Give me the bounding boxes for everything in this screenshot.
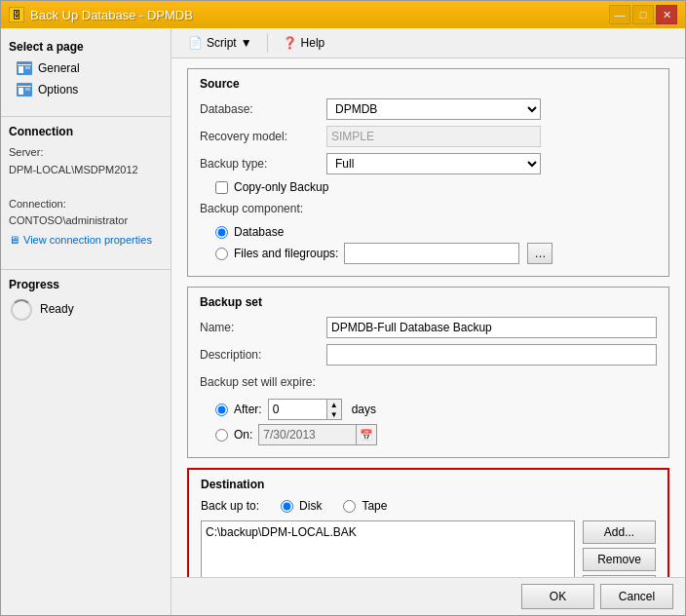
backup-to-row: Back up to: Disk Tape	[201, 499, 656, 513]
content-area: Select a page General	[1, 28, 685, 615]
backup-component-row: Backup component:	[200, 198, 657, 219]
expire-label-row: Backup set will expire:	[200, 371, 657, 393]
cancel-button[interactable]: Cancel	[600, 584, 673, 609]
disk-radio[interactable]	[281, 500, 293, 513]
backup-name-input[interactable]	[326, 317, 657, 338]
recovery-model-value	[326, 126, 657, 147]
after-radio[interactable]	[215, 404, 228, 416]
component-database-row: Database	[215, 225, 657, 239]
database-select[interactable]: DPMDB	[326, 98, 541, 120]
backup-type-value: Full	[326, 153, 657, 174]
on-row: On: 📅	[215, 424, 657, 445]
options-icon	[17, 82, 32, 97]
source-section: Source Database: DPMDB Recovery model:	[187, 68, 669, 277]
destination-section: Destination Back up to: Disk Tape C:\bac…	[187, 468, 669, 577]
spin-down-button[interactable]: ▼	[327, 409, 341, 419]
after-value-input[interactable]	[268, 399, 326, 420]
date-picker-button[interactable]: 📅	[356, 424, 377, 445]
script-label: Script	[207, 36, 237, 50]
connection-section: Connection Server: DPM-LOCAL\MSDPM2012 C…	[1, 116, 171, 253]
destination-list: C:\backup\DPM-LOCAL.BAK	[201, 520, 575, 577]
backup-to-label: Back up to:	[201, 499, 259, 513]
close-button[interactable]: ✕	[656, 5, 677, 24]
svg-rect-6	[19, 88, 23, 95]
sidebar-section-title: Select a page	[1, 36, 171, 58]
dest-content: C:\backup\DPM-LOCAL.BAK Add... Remove Co…	[201, 520, 656, 577]
backup-type-label: Backup type:	[200, 157, 326, 171]
sidebar-item-options-label: Options	[38, 83, 78, 96]
description-input[interactable]	[326, 344, 657, 366]
component-options: Database Files and filegroups: …	[215, 225, 657, 264]
after-input-wrapper: ▲ ▼	[268, 399, 342, 420]
destination-label: Destination	[201, 478, 656, 491]
component-files-label: Files and filegroups:	[234, 247, 338, 260]
progress-status: Ready	[9, 297, 163, 321]
toolbar-separator	[267, 33, 268, 53]
component-database-radio[interactable]	[215, 226, 228, 239]
backup-type-select[interactable]: Full	[326, 153, 541, 174]
component-files-input[interactable]	[344, 243, 519, 264]
svg-rect-2	[19, 66, 23, 73]
svg-rect-5	[18, 86, 31, 87]
backup-set-section: Backup set Name: Description: Backup set…	[187, 287, 669, 458]
minimize-button[interactable]: —	[609, 5, 630, 24]
tape-label: Tape	[362, 499, 387, 513]
maximize-button[interactable]: □	[632, 5, 654, 24]
recovery-model-label: Recovery model:	[200, 130, 326, 143]
view-connection-properties-link[interactable]: 🖥 View connection properties	[9, 234, 163, 246]
ok-button[interactable]: OK	[521, 584, 594, 609]
after-unit: days	[352, 403, 376, 416]
description-row: Description:	[200, 344, 657, 366]
script-dropdown-icon: ▼	[241, 36, 252, 50]
sidebar-item-options[interactable]: Options	[1, 79, 171, 100]
footer-bar: OK Cancel	[172, 577, 685, 615]
on-date-input[interactable]	[258, 424, 356, 445]
copy-only-label: Copy-only Backup	[234, 180, 328, 194]
window-icon: 🗄	[9, 7, 24, 22]
disk-label: Disk	[299, 499, 322, 513]
after-label: After:	[234, 403, 262, 416]
files-browse-button[interactable]: …	[527, 243, 553, 264]
main-panel: 📄 Script ▼ ❓ Help Source Database:	[172, 28, 685, 615]
database-row: Database: DPMDB	[200, 98, 657, 120]
backup-type-row: Backup type: Full	[200, 153, 657, 174]
progress-title: Progress	[9, 278, 163, 291]
spin-up-button[interactable]: ▲	[327, 400, 341, 409]
recovery-model-row: Recovery model:	[200, 126, 657, 147]
date-input-wrapper: 📅	[258, 424, 377, 445]
backup-set-label: Backup set	[200, 295, 657, 309]
dest-path-item: C:\backup\DPM-LOCAL.BAK	[206, 525, 570, 539]
sidebar-item-general[interactable]: General	[1, 58, 171, 79]
title-bar: 🗄 Back Up Database - DPMDB — □ ✕	[1, 1, 685, 28]
connection-info: Server: DPM-LOCAL\MSDPM2012 Connection: …	[9, 144, 163, 230]
connection-label: Connection:	[9, 198, 66, 210]
form-area: Source Database: DPMDB Recovery model:	[172, 58, 685, 577]
dest-buttons: Add... Remove Contents	[583, 520, 656, 577]
help-icon: ❓	[283, 36, 297, 50]
component-files-radio[interactable]	[215, 248, 228, 260]
connection-link-icon: 🖥	[9, 234, 19, 246]
script-button[interactable]: 📄 Script ▼	[179, 32, 261, 54]
copy-only-row: Copy-only Backup	[215, 180, 657, 194]
backup-component-label: Backup component:	[200, 202, 326, 215]
source-label: Source	[200, 77, 657, 91]
svg-rect-3	[25, 66, 30, 69]
svg-rect-1	[18, 64, 31, 65]
copy-only-checkbox[interactable]	[215, 181, 228, 194]
remove-button[interactable]: Remove	[583, 548, 656, 571]
title-bar-left: 🗄 Back Up Database - DPMDB	[9, 7, 193, 22]
title-controls: — □ ✕	[609, 5, 677, 24]
toolbar: 📄 Script ▼ ❓ Help	[172, 28, 685, 58]
server-label: Server:	[9, 146, 43, 158]
add-button[interactable]: Add...	[583, 520, 656, 544]
on-label: On:	[234, 428, 252, 442]
connection-value: CONTOSO\administrator	[9, 214, 128, 226]
help-button[interactable]: ❓ Help	[274, 32, 334, 54]
numeric-spinner: ▲ ▼	[326, 399, 342, 420]
on-radio[interactable]	[215, 429, 228, 442]
sidebar-item-general-label: General	[38, 61, 80, 75]
svg-rect-7	[25, 88, 30, 91]
progress-section: Progress Ready	[1, 269, 171, 328]
help-label: Help	[301, 36, 325, 50]
tape-radio[interactable]	[343, 500, 356, 513]
